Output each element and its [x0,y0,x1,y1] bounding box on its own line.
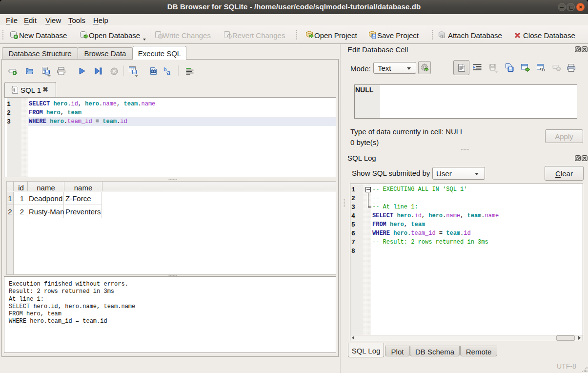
svg-text:b: b [163,66,167,72]
svg-text:a: a [167,69,170,76]
